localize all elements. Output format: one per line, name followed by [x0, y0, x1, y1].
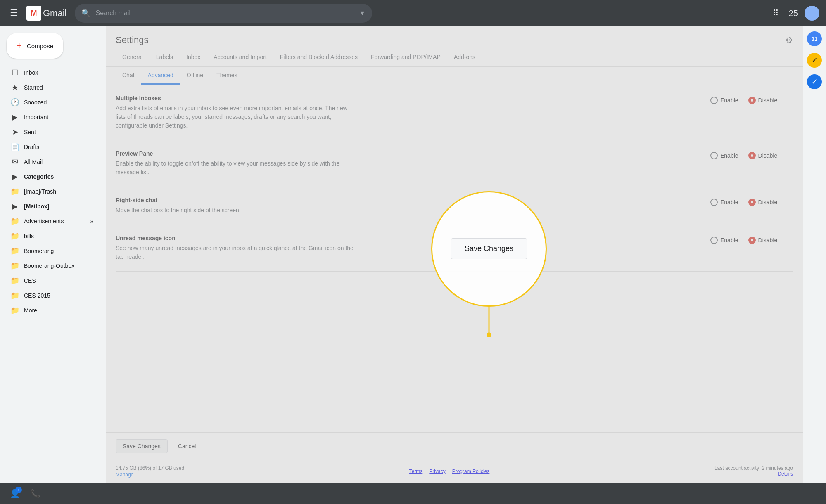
settings-gear-icon[interactable]: ⚙: [786, 35, 793, 45]
terms-link[interactable]: Terms: [409, 469, 423, 474]
sidebar-item-mailbox[interactable]: ▶ [Mailbox]: [0, 199, 100, 214]
search-input[interactable]: [95, 9, 354, 17]
preview-pane-body: Enable the ability to toggle on/off the …: [116, 159, 355, 177]
storage-right: Last account activity: 2 minutes ago Det…: [714, 465, 793, 478]
unread-icon-enable[interactable]: Enable: [710, 237, 738, 244]
sidebar-item-boomerang-outbox[interactable]: 📁 Boomerang-Outbox: [0, 258, 100, 273]
multiple-inboxes-disable[interactable]: Disable: [748, 97, 778, 104]
sidebar-item-ces[interactable]: 📁 CES: [0, 273, 100, 288]
sidebar-item-bills[interactable]: 📁 bills: [0, 229, 100, 244]
unread-icon-disable-radio[interactable]: [748, 237, 756, 244]
preview-pane-enable-radio[interactable]: [710, 152, 718, 159]
top-nav: ☰ M Gmail 🔍 ▼ ⠿ 25: [0, 0, 826, 26]
sidebar-item-boomerang[interactable]: 📁 Boomerang: [0, 244, 100, 258]
phone-icon[interactable]: 📞: [30, 488, 40, 498]
tab-accounts-import[interactable]: Accounts and Import: [207, 49, 273, 66]
important-icon: ▶: [10, 113, 20, 122]
details-link[interactable]: Details: [778, 471, 793, 477]
multiple-inboxes-enable-label: Enable: [720, 97, 738, 104]
unread-icon-enable-radio[interactable]: [710, 237, 718, 244]
top-nav-right: ⠿ 25: [769, 5, 819, 21]
right-sidebar: 31 ✓ ✓: [803, 26, 826, 483]
settings-footer: Save Changes Cancel: [106, 432, 803, 460]
snoozed-icon: 🕐: [10, 98, 20, 107]
right-side-chat-desc: Right-side chat Move the chat box to the…: [116, 197, 700, 215]
ces-2015-icon: 📁: [10, 291, 20, 300]
notification-bell[interactable]: 25: [786, 5, 801, 21]
tab-add-ons[interactable]: Add-ons: [447, 49, 482, 66]
search-bar[interactable]: 🔍 ▼: [75, 4, 372, 23]
check-tasks-icon[interactable]: ✓: [807, 74, 822, 89]
tasks-icon[interactable]: ✓: [807, 53, 822, 68]
sidebar-item-starred[interactable]: ★ Starred: [0, 80, 100, 95]
unread-icon-disable[interactable]: Disable: [748, 237, 778, 244]
user-avatar[interactable]: [805, 6, 819, 21]
right-side-chat-controls: Enable Disable: [710, 197, 793, 206]
sidebar-item-categories[interactable]: ▶ Categories: [0, 169, 100, 184]
subtab-advanced[interactable]: Advanced: [141, 67, 180, 85]
sidebar-item-snoozed[interactable]: 🕐 Snoozed: [0, 95, 100, 110]
right-side-chat-disable-radio[interactable]: [748, 199, 756, 206]
right-side-chat-disable[interactable]: Disable: [748, 199, 778, 206]
sidebar-label-drafts: Drafts: [24, 144, 93, 150]
compose-label: Compose: [27, 43, 53, 50]
cancel-button[interactable]: Cancel: [171, 439, 203, 453]
tab-general[interactable]: General: [116, 49, 150, 66]
tab-forwarding[interactable]: Forwarding and POP/IMAP: [364, 49, 447, 66]
bills-icon: 📁: [10, 232, 20, 241]
storage-used: 14.75 GB (86%) of 17 GB used: [116, 465, 184, 471]
tab-filters[interactable]: Filters and Blocked Addresses: [273, 49, 364, 66]
sidebar-label-ces-2015: CES 2015: [24, 292, 93, 299]
unread-icon-disable-label: Disable: [758, 237, 778, 244]
right-side-chat-enable-radio[interactable]: [710, 199, 718, 206]
right-side-chat-body: Move the chat box to the right side of t…: [116, 206, 355, 215]
hamburger-icon[interactable]: ☰: [7, 5, 21, 22]
search-dropdown-icon[interactable]: ▼: [359, 9, 366, 17]
sidebar-item-drafts[interactable]: 📄 Drafts: [0, 140, 100, 154]
setting-right-side-chat: Right-side chat Move the chat box to the…: [116, 187, 793, 225]
sidebar-item-imap-trash[interactable]: 📁 [Imap]/Trash: [0, 184, 100, 199]
preview-pane-disable[interactable]: Disable: [748, 152, 778, 159]
activity-label: Last account activity: 2 minutes ago: [714, 465, 793, 471]
subtab-offline[interactable]: Offline: [180, 67, 210, 85]
setting-multiple-inboxes: Multiple Inboxes Add extra lists of emai…: [116, 85, 793, 140]
compose-button[interactable]: + Compose: [7, 33, 63, 59]
multiple-inboxes-enable-radio[interactable]: [710, 97, 718, 104]
settings-header: Settings ⚙: [106, 26, 803, 45]
subtab-themes[interactable]: Themes: [210, 67, 244, 85]
subtab-chat[interactable]: Chat: [116, 67, 141, 85]
storage-bar: 14.75 GB (86%) of 17 GB used Manage Term…: [106, 460, 803, 483]
multiple-inboxes-enable[interactable]: Enable: [710, 97, 738, 104]
sidebar-item-more[interactable]: 📁 More: [0, 303, 100, 318]
privacy-link[interactable]: Privacy: [429, 469, 445, 474]
multiple-inboxes-disable-radio[interactable]: [748, 97, 756, 104]
save-changes-button[interactable]: Save Changes: [116, 439, 168, 453]
tab-inbox[interactable]: Inbox: [180, 49, 207, 66]
mailbox-icon: ▶: [10, 202, 20, 211]
sidebar-item-all-mail[interactable]: ✉ All Mail: [0, 154, 100, 169]
right-side-chat-enable[interactable]: Enable: [710, 199, 738, 206]
storage-manage-link[interactable]: Manage: [116, 472, 133, 478]
sidebar-item-advertisements[interactable]: 📁 Advertisements 3: [0, 214, 100, 229]
ces-icon: 📁: [10, 276, 20, 285]
storage-links: Manage: [116, 472, 184, 478]
preview-pane-enable[interactable]: Enable: [710, 152, 738, 159]
settings-subtabs: Chat Advanced Offline Themes: [106, 67, 803, 85]
sent-icon: ➤: [10, 128, 20, 137]
person-icon[interactable]: 👤 1: [10, 488, 20, 498]
apps-grid-icon[interactable]: ⠿: [769, 5, 782, 21]
tab-labels[interactable]: Labels: [150, 49, 180, 66]
preview-pane-disable-radio[interactable]: [748, 152, 756, 159]
multiple-inboxes-desc: Multiple Inboxes Add extra lists of emai…: [116, 95, 700, 130]
policies-link[interactable]: Program Policies: [452, 469, 490, 474]
multiple-inboxes-controls: Enable Disable: [710, 95, 793, 104]
advertisements-badge: 3: [90, 218, 93, 225]
search-icon: 🔍: [81, 9, 90, 18]
sidebar-item-important[interactable]: ▶ Important: [0, 110, 100, 125]
sidebar-item-ces-2015[interactable]: 📁 CES 2015: [0, 288, 100, 303]
preview-pane-desc: Preview Pane Enable the ability to toggl…: [116, 150, 700, 177]
right-pane: Settings ⚙ General Labels Inbox Accounts…: [106, 26, 803, 483]
calendar-icon[interactable]: 31: [807, 31, 822, 46]
sidebar-item-inbox[interactable]: ☐ Inbox: [0, 65, 100, 80]
sidebar-item-sent[interactable]: ➤ Sent: [0, 125, 100, 140]
